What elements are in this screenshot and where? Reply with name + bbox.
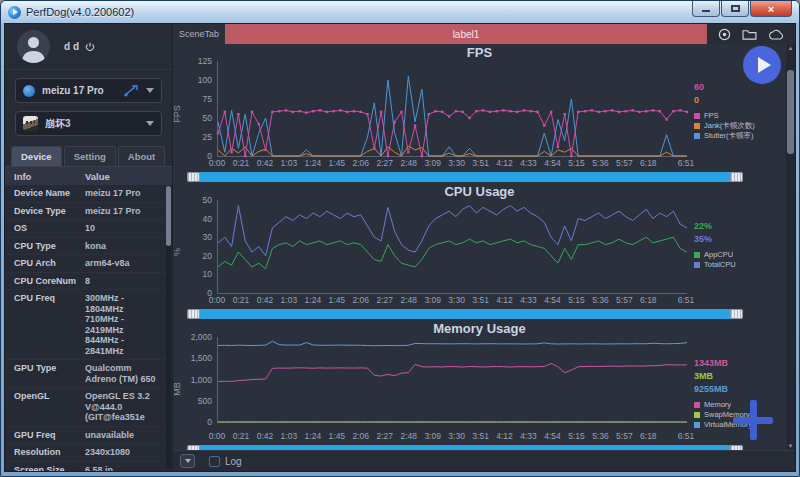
fps-plot[interactable] bbox=[217, 61, 687, 157]
chevron-down-icon bbox=[185, 459, 191, 463]
table-row[interactable]: CPU Typekona bbox=[5, 238, 172, 256]
log-dropdown-button[interactable] bbox=[180, 454, 195, 468]
chart-title: FPS bbox=[173, 44, 786, 61]
tab-device[interactable]: Device bbox=[11, 146, 62, 166]
x-axis: 0:000:210:421:031:241:452:062:272:483:09… bbox=[217, 157, 687, 170]
slider-handle-right[interactable] bbox=[730, 445, 743, 450]
add-chart-button[interactable] bbox=[733, 400, 773, 440]
x-axis: 0:000:210:421:031:241:452:062:272:483:09… bbox=[217, 430, 687, 443]
current-values: 1343MB3MB9255MB bbox=[694, 357, 786, 396]
usb-connection-icon bbox=[124, 85, 138, 97]
legend: FPSJank(卡顿次数)Stutter(卡顿率) bbox=[694, 111, 786, 141]
fps-chart: FPS FPS0255075100125 600 FPSJank(卡顿次数)St… bbox=[173, 44, 786, 183]
topbar-icons bbox=[707, 24, 795, 44]
scroll-down-icon[interactable]: ▼ bbox=[786, 442, 795, 450]
chevron-down-icon bbox=[146, 88, 154, 93]
user-row: d d bbox=[5, 24, 172, 70]
tab-setting[interactable]: Setting bbox=[64, 146, 116, 166]
table-row[interactable]: GPU TypeQualcomm Adreno (TM) 650 bbox=[5, 360, 172, 388]
column-header-info: Info bbox=[5, 171, 83, 182]
perfdog-window: PerfDog(v4.0.200602) × d d bbox=[0, 0, 800, 477]
legend: AppCPUTotalCPU bbox=[694, 250, 786, 270]
marker-icon[interactable] bbox=[718, 28, 731, 41]
column-header-value: Value bbox=[83, 171, 172, 182]
slider-handle-left[interactable] bbox=[187, 309, 200, 319]
app-select[interactable]: 崩坏3 bbox=[15, 111, 162, 136]
window-title: PerfDog(v4.0.200602) bbox=[26, 6, 134, 18]
cpu-plot[interactable] bbox=[217, 200, 687, 294]
table-row[interactable]: Device Namemeizu 17 Pro bbox=[5, 185, 172, 203]
main-area: SceneTab label1 bbox=[173, 24, 795, 471]
chart-right-panel: 22%35% AppCPUTotalCPU bbox=[687, 200, 786, 294]
table-row[interactable]: OS10 bbox=[5, 220, 172, 238]
x-axis: 0:000:210:421:031:241:452:062:272:483:09… bbox=[217, 294, 687, 307]
memory-chart: Memory Usage MB05001,0001,5002,000 1343M… bbox=[173, 320, 786, 450]
scene-tab[interactable]: SceneTab bbox=[173, 24, 225, 44]
bottom-bar: Log bbox=[173, 450, 795, 471]
slider-handle-left[interactable] bbox=[187, 172, 200, 182]
log-label: Log bbox=[225, 456, 242, 467]
log-checkbox[interactable] bbox=[209, 456, 220, 467]
folder-icon[interactable] bbox=[742, 28, 757, 40]
table-row[interactable]: Resolution2340x1080 bbox=[5, 444, 172, 462]
tab-about[interactable]: About bbox=[118, 146, 165, 166]
scrollbar-thumb[interactable] bbox=[166, 186, 171, 246]
charts-area: FPS FPS0255075100125 600 FPSJank(卡顿次数)St… bbox=[173, 44, 795, 450]
scrollbar-thumb[interactable] bbox=[787, 70, 794, 154]
sidebar: d d meizu 17 Pro 崩坏3 bbox=[5, 24, 173, 471]
close-icon: × bbox=[768, 3, 774, 15]
play-button[interactable] bbox=[743, 46, 781, 84]
user-name: d d bbox=[64, 41, 79, 52]
range-slider[interactable] bbox=[187, 172, 743, 182]
main-scrollbar[interactable]: ▲ ▼ bbox=[786, 44, 795, 450]
close-button[interactable]: × bbox=[750, 1, 792, 17]
device-select[interactable]: meizu 17 Pro bbox=[15, 78, 162, 103]
slider-handle-left[interactable] bbox=[187, 445, 200, 450]
table-row[interactable]: GPU Frequnavailable bbox=[5, 427, 172, 445]
chart-title: CPU Usage bbox=[173, 183, 786, 200]
info-table-body: Device Namemeizu 17 ProDevice Typemeizu … bbox=[5, 185, 172, 471]
y-axis: MB05001,0001,5002,000 bbox=[173, 337, 217, 430]
y-axis: FPS0255075100125 bbox=[173, 61, 217, 157]
avatar[interactable] bbox=[17, 30, 50, 63]
table-row[interactable]: CPU Archarm64-v8a bbox=[5, 255, 172, 273]
table-row[interactable]: OpenGLOpenGL ES 3.2 V@444.0 (GIT@fea351e bbox=[5, 388, 172, 427]
current-values: 22%35% bbox=[694, 220, 786, 246]
person-icon bbox=[17, 30, 50, 63]
app-body: d d meizu 17 Pro 崩坏3 bbox=[4, 23, 796, 472]
cloud-icon[interactable] bbox=[768, 29, 784, 40]
scroll-up-icon[interactable]: ▲ bbox=[786, 44, 795, 52]
minimize-icon bbox=[702, 10, 710, 12]
memory-plot[interactable] bbox=[217, 337, 687, 423]
y-axis: %01020304050 bbox=[173, 200, 217, 294]
device-select-value: meizu 17 Pro bbox=[42, 85, 124, 96]
top-bar: SceneTab label1 bbox=[173, 24, 795, 44]
power-icon[interactable] bbox=[85, 42, 95, 52]
minimize-button[interactable] bbox=[692, 1, 720, 17]
table-row[interactable]: CPU CoreNum8 bbox=[5, 273, 172, 291]
table-header: Info Value bbox=[5, 167, 172, 185]
label1-bar[interactable]: label1 bbox=[225, 24, 707, 44]
app-select-value: 崩坏3 bbox=[45, 117, 146, 131]
maximize-button[interactable] bbox=[721, 1, 749, 17]
play-icon bbox=[758, 57, 771, 73]
current-values: 600 bbox=[694, 81, 786, 107]
title-bar[interactable]: PerfDog(v4.0.200602) × bbox=[1, 1, 799, 23]
sidebar-tabs: Device Setting About bbox=[11, 146, 172, 166]
chart-title: Memory Usage bbox=[173, 320, 786, 337]
device-info-table: Info Value Device Namemeizu 17 ProDevice… bbox=[5, 166, 172, 471]
maximize-icon bbox=[731, 5, 740, 12]
slider-handle-right[interactable] bbox=[730, 172, 743, 182]
slider-handle-right[interactable] bbox=[730, 309, 743, 319]
perfdog-logo-icon bbox=[8, 6, 21, 19]
sidebar-scrollbar[interactable] bbox=[166, 186, 171, 469]
app-icon bbox=[23, 116, 38, 131]
cpu-chart: CPU Usage %01020304050 22%35% AppCPUTota… bbox=[173, 183, 786, 320]
device-icon bbox=[23, 85, 35, 97]
table-row[interactable]: Screen Size6.58 in bbox=[5, 462, 172, 472]
table-row[interactable]: Device Typemeizu 17 Pro bbox=[5, 203, 172, 221]
range-slider[interactable] bbox=[187, 445, 743, 450]
table-row[interactable]: CPU Freq300MHz - 1804MHz 710MHz - 2419MH… bbox=[5, 290, 172, 360]
chevron-down-icon bbox=[146, 121, 154, 126]
range-slider[interactable] bbox=[187, 309, 743, 319]
